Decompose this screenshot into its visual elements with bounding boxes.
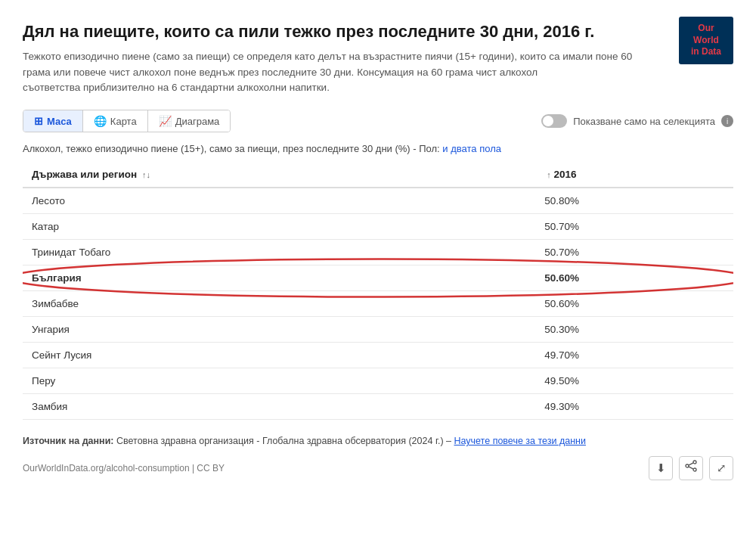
tab-map-label: Карта — [110, 116, 137, 127]
source-text: Световна здравна организация - Глобална … — [116, 436, 451, 446]
tab-map[interactable]: 🌐 Карта — [83, 110, 148, 132]
source-link[interactable]: Научете повече за тези данни — [454, 436, 585, 446]
column-value[interactable]: ↑ 2016 — [535, 162, 733, 188]
tab-chart[interactable]: 📈 Диаграма — [148, 110, 231, 132]
expand-button[interactable]: ⤢ — [709, 456, 733, 480]
tab-chart-label: Диаграма — [175, 116, 220, 127]
table-icon: ⊞ — [34, 115, 43, 127]
cell-value: 49.70% — [535, 343, 733, 368]
cell-country: Замбия — [23, 394, 535, 420]
cell-value: 49.50% — [535, 368, 733, 394]
cell-value: 50.60% — [535, 265, 733, 291]
tab-table[interactable]: ⊞ Маса — [23, 110, 83, 132]
page-subtitle: Тежкото епизодично пиене (само за пиещи)… — [23, 49, 643, 97]
share-button[interactable] — [679, 456, 703, 480]
owid-logo: Our Worldin Data — [679, 17, 733, 64]
info-icon[interactable]: i — [721, 115, 733, 127]
toggle-label: Показване само на селекцията — [573, 116, 715, 127]
svg-point-2 — [693, 468, 696, 471]
table-row: България50.60% — [23, 265, 733, 291]
table-row: Лесото50.80% — [23, 188, 733, 214]
cell-value: 50.70% — [535, 214, 733, 240]
footer: Източник на данни: Световна здравна орга… — [23, 433, 733, 480]
table-row: Зимбабве50.60% — [23, 291, 733, 317]
footer-actions: ⬇ ⤢ — [649, 456, 733, 480]
download-button[interactable]: ⬇ — [649, 456, 673, 480]
expand-icon: ⤢ — [717, 459, 727, 477]
gender-filter-link[interactable]: и двата пола — [442, 143, 501, 154]
cell-value: 50.60% — [535, 291, 733, 317]
table-row: Перу49.50% — [23, 368, 733, 394]
cell-country: Сейнт Лусия — [23, 343, 535, 368]
map-icon: 🌐 — [94, 115, 107, 127]
svg-line-5 — [689, 467, 693, 469]
table-row: Унгария50.30% — [23, 317, 733, 343]
table-row: Тринидат Тобаго50.70% — [23, 240, 733, 265]
cell-value: 50.70% — [535, 240, 733, 265]
cell-value: 50.80% — [535, 188, 733, 214]
cell-country: Тринидат Тобаго — [23, 240, 535, 265]
cell-value: 50.30% — [535, 317, 733, 343]
footer-url: OurWorldInData.org/alcohol-consumption |… — [23, 461, 225, 476]
source-line: Източник на данни: Световна здравна орга… — [23, 433, 733, 449]
value-sort-icon: ↑ — [547, 170, 551, 179]
chart-icon: 📈 — [159, 115, 172, 127]
cell-country: България — [23, 265, 535, 291]
tab-table-label: Маса — [47, 116, 72, 127]
country-sort-icon: ↑↓ — [142, 170, 150, 179]
page-title: Дял на пиещите, които са пили тежко през… — [23, 21, 643, 43]
cell-country: Лесото — [23, 188, 535, 214]
logo-text: Our Worldin Data — [691, 23, 721, 57]
svg-point-1 — [693, 461, 696, 464]
cell-value: 49.30% — [535, 394, 733, 420]
table-row: Замбия49.30% — [23, 394, 733, 420]
source-label: Източник на данни: — [23, 436, 114, 446]
svg-point-3 — [686, 464, 689, 467]
data-table: Държава или регион ↑↓ ↑ 2016 Лесото50.80… — [23, 162, 733, 420]
svg-line-4 — [689, 463, 693, 465]
cell-country: Перу — [23, 368, 535, 394]
table-section-label: Алкохол, тежко епизодично пиене (15+), с… — [23, 143, 733, 154]
column-country[interactable]: Държава или регион ↑↓ — [23, 162, 535, 188]
share-icon — [685, 459, 697, 477]
cell-country: Зимбабве — [23, 291, 535, 317]
cell-country: Катар — [23, 214, 535, 240]
table-header-row: Държава или регион ↑↓ ↑ 2016 — [23, 162, 733, 188]
table-wrapper: Държава или регион ↑↓ ↑ 2016 Лесото50.80… — [23, 162, 733, 420]
tabs-row: ⊞ Маса 🌐 Карта 📈 Диаграма Показване само… — [23, 110, 733, 132]
table-row: Сейнт Лусия49.70% — [23, 343, 733, 368]
footer-bottom-row: OurWorldInData.org/alcohol-consumption |… — [23, 456, 733, 480]
table-row: Катар50.70% — [23, 214, 733, 240]
cell-country: Унгария — [23, 317, 535, 343]
toggle-area: Показване само на селекцията i — [541, 114, 733, 128]
selection-toggle[interactable] — [541, 114, 567, 128]
tabs-container: ⊞ Маса 🌐 Карта 📈 Диаграма — [23, 110, 231, 132]
download-icon: ⬇ — [656, 459, 666, 477]
page-wrapper: Our Worldin Data Дял на пиещите, които с… — [0, 0, 756, 495]
